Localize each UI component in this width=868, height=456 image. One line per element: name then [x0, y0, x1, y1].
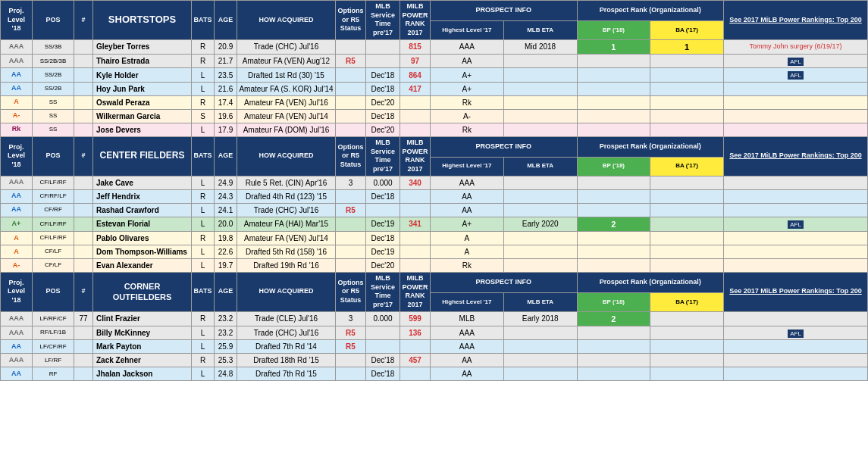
bp18-header-ss: BP ('18): [577, 20, 650, 39]
player-name: Mark Payton: [93, 340, 192, 354]
table-row: AASS/2BKyle HolderL23.5Drafted 1st Rd (3…: [1, 68, 868, 82]
how-acquired-cell: Amateur FA (VEN) Jul'14: [237, 231, 336, 245]
age-header-co: AGE: [215, 272, 237, 311]
see-link-co[interactable]: See 2017 MiLB Power Rankings: Top 200: [724, 272, 868, 311]
mlb-eta-cell: Early 2020: [503, 217, 577, 231]
bats-cell: L: [192, 176, 215, 189]
ba-rank-cell: [650, 68, 724, 82]
notes-cell: [724, 245, 868, 258]
ba-rank-cell: [650, 326, 724, 339]
bp-rank-cell: [577, 176, 650, 189]
mlb-eta-cell: Early 2018: [503, 311, 577, 326]
num-cell: [74, 245, 93, 258]
notes-cell: [724, 82, 868, 95]
highest-level-header-cf: Highest Level '17: [431, 157, 504, 176]
bp-rank-cell: 2: [577, 217, 650, 231]
how-acquired-cell: Amateur FA (S. KOR) Jul'14: [237, 82, 336, 95]
notes-cell: [724, 176, 868, 189]
bats-header-cf: BATS: [192, 136, 215, 176]
num-cell: [74, 82, 93, 95]
num-cell: [74, 203, 93, 217]
service-cell: Dec'18: [366, 354, 400, 367]
ba-rank-cell: [650, 82, 724, 95]
num-cell: [74, 55, 93, 68]
options-cell: [336, 123, 366, 136]
bp18-header-co: BP ('18): [577, 292, 650, 311]
age-cell: 21.6: [215, 82, 237, 95]
mlb-eta-cell: [503, 95, 577, 109]
main-container: Proj. Level '18 POS # SHORTSTOPS BATS AG…: [0, 0, 868, 381]
table-row: AAARF/LF/1BBilly McKinneyL23.2Trade (CHC…: [1, 326, 868, 339]
mlb-eta-cell: [503, 55, 577, 68]
see-link-cf[interactable]: See 2017 MiLB Power Rankings: Top 200: [724, 136, 868, 176]
ba-rank-cell: [650, 231, 724, 245]
highest-level-cell: AA: [431, 55, 504, 68]
num-header-cf: #: [74, 136, 93, 176]
player-name: Wilkerman Garcia: [93, 109, 192, 123]
proj-level-cell: AA: [1, 203, 33, 217]
table-row: AAASS/3BGleyber TorresR20.9Trade (CHC) J…: [1, 39, 868, 54]
proj-level-cell: AAA: [1, 39, 33, 54]
notes-cell: AFL: [724, 217, 868, 231]
service-header-co: MLB Service Time pre'17: [366, 272, 400, 311]
bats-cell: R: [192, 231, 215, 245]
co-header-row: Proj. Level '18 POS # CORNER OUTFIELDERS…: [1, 272, 868, 292]
milb-rank-cell: 864: [400, 68, 431, 82]
ba-rank-cell: [650, 354, 724, 367]
age-cell: 17.4: [215, 95, 237, 109]
milb-header-ss: MILB POWER RANK 2017: [400, 1, 431, 40]
options-cell: [336, 82, 366, 95]
options-cell: [336, 217, 366, 231]
notes-cell: [724, 367, 868, 381]
bp-rank-cell: [577, 326, 650, 339]
prospect-info-header-cf: PROSPECT INFO: [431, 136, 578, 157]
bats-cell: L: [192, 203, 215, 217]
how-acquired-cell: Rule 5 Ret. (CIN) Apr'16: [237, 176, 336, 189]
options-cell: [336, 68, 366, 82]
bp-rank-cell: 2: [577, 311, 650, 326]
highest-level-cell: AA: [431, 367, 504, 381]
player-name: Evan Alexander: [93, 258, 192, 272]
mlb-eta-cell: [503, 367, 577, 381]
notes-cell: [724, 203, 868, 217]
service-header-cf: MLB Service Time pre'17: [366, 136, 400, 176]
notes-cell: [724, 189, 868, 203]
proj-level-cell: A: [1, 95, 33, 109]
ba-rank-cell: [650, 203, 724, 217]
bats-cell: L: [192, 217, 215, 231]
how-acquired-cell: Drafted 1st Rd (30) '15: [237, 68, 336, 82]
player-name: Kyle Holder: [93, 68, 192, 82]
age-cell: 19.8: [215, 231, 237, 245]
notes-cell: [724, 109, 868, 123]
ba-rank-cell: [650, 55, 724, 68]
see-link-ss[interactable]: See 2017 MiLB Power Rankings: Top 200: [724, 1, 868, 40]
bats-header-ss: BATS: [192, 1, 215, 40]
bp-rank-cell: [577, 95, 650, 109]
player-name: Jake Cave: [93, 176, 192, 189]
service-cell: Dec'18: [366, 367, 400, 381]
options-cell: [336, 189, 366, 203]
age-cell: 23.2: [215, 311, 237, 326]
ba-rank-cell: [650, 176, 724, 189]
pos-header-cf: POS: [33, 136, 74, 176]
age-header-ss: AGE: [215, 1, 237, 40]
options-cell: [336, 39, 366, 54]
proj-level-cell: AA: [1, 367, 33, 381]
shortstops-header-row: Proj. Level '18 POS # SHORTSTOPS BATS AG…: [1, 1, 868, 21]
service-header-ss: MLB Service Time pre'17: [366, 1, 400, 40]
table-row: AAALF/RFZack ZehnerR25.3Drafted 18th Rd …: [1, 354, 868, 367]
age-cell: 20.0: [215, 217, 237, 231]
bats-cell: R: [192, 95, 215, 109]
ba-rank-cell: [650, 217, 724, 231]
mlb-eta-cell: [503, 340, 577, 354]
proj-level-cell: A: [1, 231, 33, 245]
player-name: Oswald Peraza: [93, 95, 192, 109]
milb-rank-cell: 97: [400, 55, 431, 68]
options-cell: R5: [336, 326, 366, 339]
bats-cell: L: [192, 326, 215, 339]
milb-rank-cell: [400, 203, 431, 217]
how-acquired-cell: Amateur FA (VEN) Aug'12: [237, 55, 336, 68]
highest-level-cell: Rk: [431, 258, 504, 272]
bats-cell: L: [192, 367, 215, 381]
pos-cell: SS: [33, 109, 74, 123]
